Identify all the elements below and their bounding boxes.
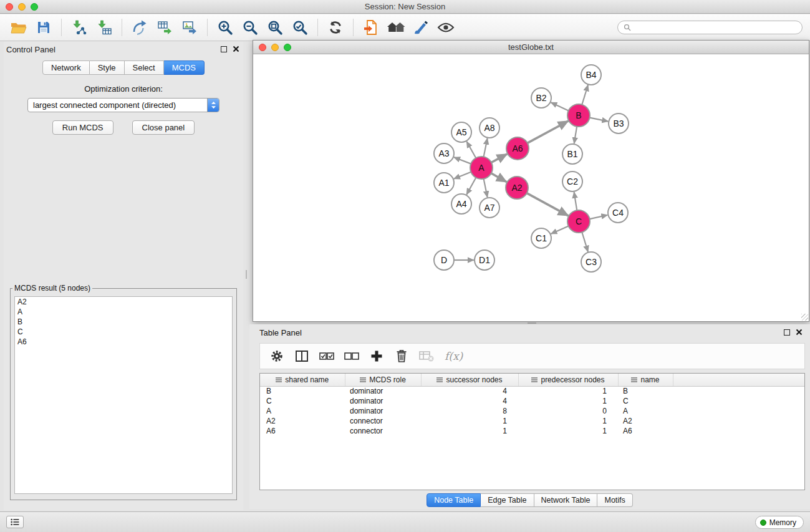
- float-panel-icon[interactable]: [221, 46, 227, 52]
- graph-edge-A-A8[interactable]: [484, 138, 488, 157]
- open-session-button[interactable]: [6, 15, 31, 40]
- graph-edge-A6-B[interactable]: [528, 121, 569, 143]
- export-network-button[interactable]: [127, 15, 152, 40]
- tab-select[interactable]: Select: [125, 60, 164, 75]
- graph-node-A2[interactable]: A2: [506, 177, 528, 199]
- table-row[interactable]: Adominator80A: [260, 406, 804, 416]
- graph-edge-C-C2[interactable]: [574, 192, 577, 210]
- graph-node-B[interactable]: B: [567, 104, 590, 127]
- mcds-result-list[interactable]: A2ABCA6: [14, 296, 233, 494]
- toolbar-search-box[interactable]: [617, 21, 803, 34]
- tab-style[interactable]: Style: [90, 60, 125, 75]
- graph-edge-A-A1[interactable]: [454, 172, 471, 179]
- delete-table-button[interactable]: [415, 344, 438, 368]
- tab-edge-table[interactable]: Edge Table: [481, 493, 534, 507]
- column-header-shared-name[interactable]: shared name: [260, 374, 345, 386]
- close-panel-icon[interactable]: [233, 46, 239, 52]
- graph-node-A7[interactable]: A7: [480, 198, 499, 218]
- graph-edge-C-C3[interactable]: [582, 232, 588, 252]
- minimize-network-button[interactable]: [271, 44, 279, 51]
- result-item[interactable]: B: [15, 317, 232, 327]
- graph-node-B4[interactable]: B4: [581, 65, 601, 85]
- table-row[interactable]: A2connector11A2: [260, 416, 804, 426]
- zoom-selected-button[interactable]: [287, 15, 312, 40]
- import-network-button[interactable]: [67, 15, 92, 40]
- import-table-button[interactable]: [92, 15, 117, 40]
- graph-node-A8[interactable]: A8: [480, 118, 499, 138]
- float-table-panel-icon[interactable]: [784, 329, 790, 336]
- result-item[interactable]: C: [15, 327, 232, 337]
- tab-node-table[interactable]: Node Table: [427, 493, 481, 507]
- graph-edge-C-C4[interactable]: [590, 215, 608, 219]
- select-all-button[interactable]: [315, 344, 338, 368]
- export-image-button[interactable]: [177, 15, 202, 40]
- graph-edge-A2-C[interactable]: [527, 193, 569, 216]
- close-network-button[interactable]: [259, 44, 266, 51]
- graph-node-A[interactable]: A: [470, 157, 493, 179]
- graph-edge-A-A7[interactable]: [484, 179, 488, 198]
- close-table-panel-icon[interactable]: [796, 329, 803, 336]
- resize-grip-icon[interactable]: [801, 314, 808, 321]
- zoom-network-button[interactable]: [284, 44, 291, 51]
- zoom-in-button[interactable]: [213, 15, 238, 40]
- graph-node-C1[interactable]: C1: [531, 228, 551, 248]
- table-row[interactable]: A6connector11A6: [260, 426, 804, 436]
- close-window-button[interactable]: [6, 3, 13, 11]
- tab-motifs[interactable]: Motifs: [597, 493, 632, 507]
- function-builder-button[interactable]: f(x): [445, 350, 463, 362]
- zoom-window-button[interactable]: [31, 3, 38, 11]
- graph-node-A3[interactable]: A3: [434, 143, 454, 163]
- column-header-name[interactable]: name: [618, 374, 673, 386]
- run-mcds-button[interactable]: Run MCDS: [52, 120, 113, 135]
- graph-node-A4[interactable]: A4: [451, 194, 471, 214]
- graph-edge-A-A6[interactable]: [491, 154, 507, 163]
- graph-edge-B-B1[interactable]: [574, 127, 577, 143]
- graph-node-B2[interactable]: B2: [531, 88, 551, 108]
- vertical-splitter[interactable]: [243, 42, 249, 510]
- graph-node-C3[interactable]: C3: [581, 252, 601, 272]
- delete-column-button[interactable]: [390, 344, 413, 368]
- unselect-all-button[interactable]: [340, 344, 363, 368]
- table-settings-button[interactable]: [265, 344, 288, 368]
- result-item[interactable]: A2: [15, 297, 232, 307]
- home-button[interactable]: [383, 15, 408, 40]
- table-row[interactable]: Bdominator41B: [260, 386, 804, 396]
- add-column-button[interactable]: [365, 344, 388, 368]
- close-panel-button[interactable]: Close panel: [132, 120, 195, 135]
- refresh-button[interactable]: [323, 15, 348, 40]
- graph-edge-A-A3[interactable]: [454, 157, 471, 164]
- eye-button[interactable]: [433, 15, 458, 40]
- column-header-mcds-role[interactable]: MCDS role: [345, 374, 421, 386]
- show-columns-button[interactable]: [290, 344, 313, 368]
- graph-node-D[interactable]: D: [434, 250, 454, 270]
- table-row[interactable]: Cdominator41C: [260, 396, 804, 406]
- result-item[interactable]: A: [15, 307, 232, 317]
- zoom-out-button[interactable]: [238, 15, 263, 40]
- graph-node-C2[interactable]: C2: [562, 172, 582, 191]
- memory-button[interactable]: Memory: [755, 516, 804, 529]
- graph-edge-B-B4[interactable]: [582, 85, 588, 105]
- minimize-window-button[interactable]: [18, 3, 26, 11]
- column-header-predecessor-nodes[interactable]: predecessor nodes: [518, 374, 618, 386]
- graph-node-D1[interactable]: D1: [475, 250, 494, 270]
- graph-edge-B-B2[interactable]: [551, 102, 568, 110]
- graph-node-A5[interactable]: A5: [451, 122, 471, 142]
- save-session-button[interactable]: [31, 15, 56, 40]
- zoom-fit-button[interactable]: [263, 15, 287, 40]
- result-item[interactable]: A6: [15, 337, 232, 347]
- graph-node-B1[interactable]: B1: [562, 144, 582, 164]
- tab-mcds[interactable]: MCDS: [164, 60, 205, 75]
- tab-network-table[interactable]: Network Table: [534, 493, 598, 507]
- graph-edge-A-A2[interactable]: [491, 173, 507, 182]
- statusbar-menu-button[interactable]: [6, 516, 24, 528]
- network-canvas[interactable]: B4B2BB3A8A5A6B1A3AC2A1A2A4A7C4CC1DD1C3: [253, 55, 809, 321]
- graph-edge-A-A4[interactable]: [466, 178, 476, 195]
- column-header-successor-nodes[interactable]: successor nodes: [421, 374, 518, 386]
- toolbar-search-input[interactable]: [634, 23, 796, 32]
- export-table-button[interactable]: [152, 15, 177, 40]
- tab-network[interactable]: Network: [42, 60, 90, 75]
- graph-node-A1[interactable]: A1: [434, 173, 454, 193]
- graph-edge-A-A5[interactable]: [466, 142, 476, 158]
- export-document-button[interactable]: [359, 15, 383, 40]
- graph-node-B3[interactable]: B3: [609, 114, 629, 133]
